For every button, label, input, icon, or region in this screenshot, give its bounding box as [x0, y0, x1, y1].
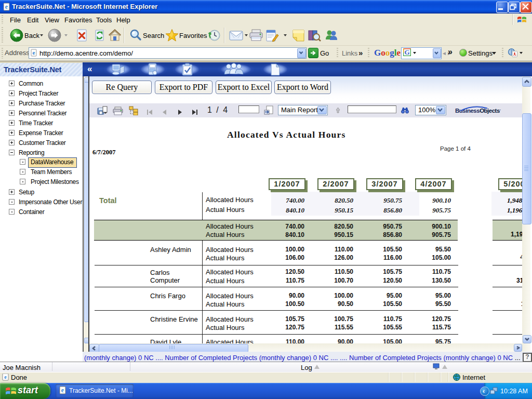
svg-text:e: e	[4, 374, 7, 380]
svg-text:e: e	[33, 49, 35, 56]
svg-text:G: G	[404, 48, 409, 56]
svg-text:e: e	[5, 3, 8, 10]
svg-text:e: e	[61, 387, 64, 394]
